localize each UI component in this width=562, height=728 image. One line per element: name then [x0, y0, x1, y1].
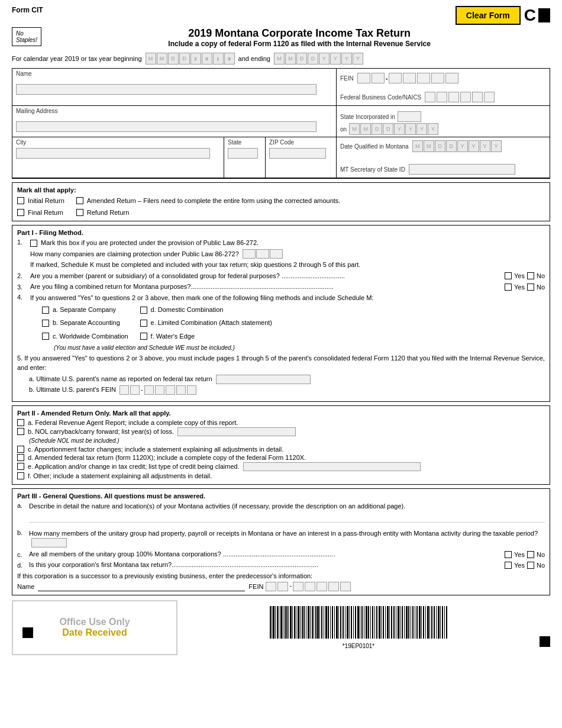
dq-y4[interactable]: Y: [491, 140, 502, 152]
begin-date-m2[interactable]: M: [157, 53, 167, 65]
fein-c7[interactable]: [445, 73, 458, 83]
q5b-c4[interactable]: [155, 385, 164, 395]
naics-c5[interactable]: [472, 92, 483, 102]
dq-y3[interactable]: Y: [480, 140, 490, 152]
pred-name-input[interactable]: [38, 582, 245, 591]
fein-c5[interactable]: [417, 73, 430, 83]
si-d1[interactable]: D: [372, 123, 382, 135]
p3c-no-checkbox[interactable]: [527, 551, 534, 558]
fein-c4[interactable]: [403, 73, 416, 83]
naics-c1[interactable]: [425, 92, 435, 102]
q4d-checkbox[interactable]: [140, 307, 147, 314]
amended-return-checkbox[interactable]: [76, 197, 83, 204]
p2d-checkbox[interactable]: [17, 454, 24, 461]
pred-fein-c3[interactable]: [293, 582, 303, 591]
p2b-checkbox[interactable]: [17, 428, 24, 435]
dq-y2[interactable]: Y: [469, 140, 479, 152]
si-m2[interactable]: M: [360, 123, 371, 135]
fein-c1[interactable]: [357, 73, 370, 83]
q4b-checkbox[interactable]: [42, 320, 49, 327]
pred-fein-c6[interactable]: [328, 582, 339, 591]
begin-date-d2[interactable]: D: [179, 53, 190, 65]
p3a-input[interactable]: [29, 513, 545, 523]
naics-c3[interactable]: [448, 92, 459, 102]
dq-m1[interactable]: M: [412, 140, 423, 152]
si-y3[interactable]: Y: [416, 123, 427, 135]
pred-fein-c2[interactable]: [277, 582, 288, 591]
mailing-input[interactable]: [16, 121, 316, 132]
p2b-input[interactable]: [177, 427, 296, 436]
si-y4[interactable]: Y: [428, 123, 438, 135]
p2e-checkbox[interactable]: [17, 463, 24, 470]
q3-no-checkbox[interactable]: [527, 284, 534, 291]
pred-fein-c4[interactable]: [305, 582, 315, 591]
name-input[interactable]: [16, 84, 316, 95]
end-date-d2[interactable]: D: [308, 53, 318, 65]
pred-fein-c7[interactable]: [340, 582, 351, 591]
si-y2[interactable]: Y: [405, 123, 416, 135]
end-date-y2[interactable]: Y: [330, 53, 341, 65]
q2-yes-checkbox[interactable]: [505, 272, 512, 279]
p2f-checkbox[interactable]: [17, 472, 24, 479]
end-date-y4[interactable]: Y: [353, 53, 363, 65]
q1b-c2[interactable]: [256, 249, 269, 259]
pred-fein-c5[interactable]: [316, 582, 327, 591]
si-m1[interactable]: M: [349, 123, 360, 135]
q1b-c3[interactable]: [270, 249, 283, 259]
q5b-c3[interactable]: [144, 385, 154, 395]
final-return-checkbox[interactable]: [17, 209, 24, 216]
p2c-checkbox[interactable]: [17, 446, 24, 453]
dq-y1[interactable]: Y: [457, 140, 468, 152]
q2-yes-label: Yes: [514, 272, 525, 279]
dq-d1[interactable]: D: [435, 140, 445, 152]
q4c-checkbox[interactable]: [42, 333, 49, 340]
p2a-checkbox[interactable]: [17, 419, 24, 426]
mark-all-label: Mark all that apply:: [17, 186, 545, 194]
p2e-input[interactable]: [243, 462, 421, 471]
p3c-yes-checkbox[interactable]: [505, 551, 512, 558]
p3b-input[interactable]: [31, 538, 67, 547]
pred-fein-c1[interactable]: [266, 582, 276, 591]
end-date-y1[interactable]: Y: [319, 53, 330, 65]
dq-d2[interactable]: D: [446, 140, 457, 152]
q4f-checkbox[interactable]: [140, 333, 147, 340]
q5b-c7[interactable]: [187, 385, 196, 395]
naics-c6[interactable]: [484, 92, 495, 102]
naics-c4[interactable]: [460, 92, 471, 102]
q5a-input[interactable]: [216, 375, 311, 384]
si-y1[interactable]: Y: [394, 123, 405, 135]
state-input[interactable]: [228, 148, 258, 159]
q4e-checkbox[interactable]: [140, 320, 147, 327]
q3-yes-checkbox[interactable]: [505, 284, 512, 291]
refund-return-checkbox[interactable]: [76, 209, 83, 216]
q1b-c1[interactable]: [243, 249, 256, 259]
p3d-no-checkbox[interactable]: [527, 562, 534, 569]
begin-date-d1[interactable]: D: [168, 53, 179, 65]
q1-checkbox[interactable]: [30, 240, 37, 247]
fein-c3[interactable]: [389, 73, 402, 83]
clear-form-button[interactable]: Clear Form: [456, 6, 521, 25]
fein-c6[interactable]: [431, 73, 444, 83]
p3d-yes-checkbox[interactable]: [505, 562, 512, 569]
secretary-input[interactable]: [409, 164, 515, 175]
fein-c2[interactable]: [372, 73, 385, 83]
si-d2[interactable]: D: [383, 123, 393, 135]
initial-return-checkbox[interactable]: [17, 197, 24, 204]
zip-label: ZIP Code: [269, 139, 332, 146]
city-input[interactable]: [16, 148, 210, 159]
q5b-c1[interactable]: [119, 385, 129, 395]
q4a-checkbox[interactable]: [42, 307, 49, 314]
end-date-y3[interactable]: Y: [341, 53, 352, 65]
naics-c2[interactable]: [437, 92, 447, 102]
state-inc-input[interactable]: [398, 111, 421, 122]
q2-no-checkbox[interactable]: [527, 272, 534, 279]
q5b-c6[interactable]: [176, 385, 186, 395]
end-date-d1[interactable]: D: [296, 53, 307, 65]
q5b-c2[interactable]: [130, 385, 140, 395]
q5b-c5[interactable]: [166, 385, 175, 395]
zip-input[interactable]: [269, 148, 326, 159]
begin-date-m1[interactable]: M: [146, 53, 156, 65]
end-date-m1[interactable]: M: [274, 53, 285, 65]
dq-m2[interactable]: M: [424, 140, 434, 152]
end-date-m2[interactable]: M: [285, 53, 296, 65]
